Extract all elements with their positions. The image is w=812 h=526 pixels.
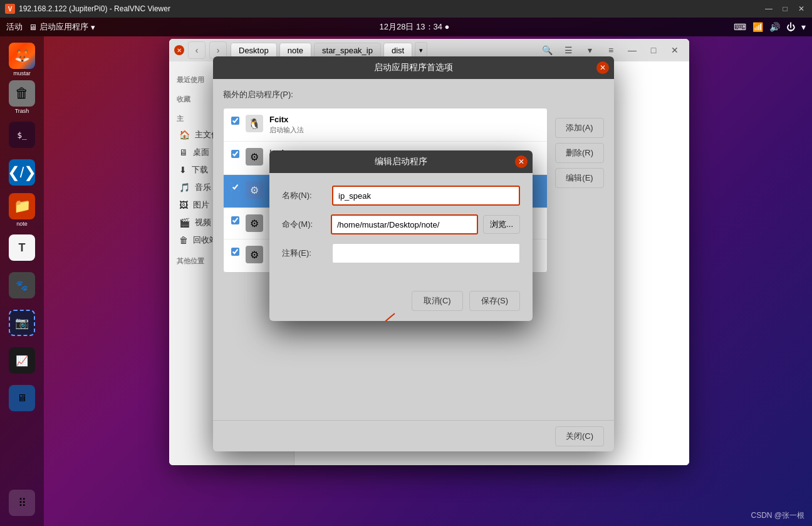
home-icon: 🏠	[179, 130, 190, 140]
vncs-icon: ⚙	[246, 246, 263, 263]
wayland-icon: 🖥	[9, 385, 35, 411]
trash-label: Trash	[15, 108, 29, 114]
fm-close-window-button[interactable]: ✕	[665, 41, 684, 59]
edit-command-input[interactable]	[331, 214, 478, 234]
gimp-icon: 🐾	[9, 272, 35, 298]
edit-name-label: 名称(N):	[282, 190, 326, 201]
ssh-icon: ⚙	[246, 214, 263, 232]
edit-dialog-title: 编辑启动程序	[375, 156, 427, 167]
vscode-icon: ❮/❯	[9, 159, 35, 186]
trash-icon: 🗑	[9, 80, 35, 107]
edit-dialog-close-button[interactable]: ✕	[515, 155, 528, 168]
credit-text: CSDN @张一根	[751, 510, 804, 521]
pictures-icon: 🖼	[179, 200, 188, 210]
dock-item-screenshot[interactable]: 📷	[5, 306, 39, 340]
fm-close-button[interactable]: ✕	[174, 45, 184, 55]
startup-action-buttons: 添加(A) 删除(R) 编辑(E)	[555, 108, 604, 273]
ipsp-checkbox[interactable]	[231, 183, 239, 191]
close-button[interactable]: ✕	[796, 3, 807, 14]
ipsp-icon: ⚙	[246, 181, 263, 199]
keyboard-icon[interactable]: ⌨	[734, 22, 746, 32]
window-controls: — □ ✕	[763, 3, 807, 14]
note-icon: 📁	[9, 193, 35, 219]
dock-item-apps[interactable]: ⠿	[5, 486, 39, 520]
dock-item-monitor[interactable]: 📈	[5, 344, 39, 377]
startup-remove-button[interactable]: 删除(R)	[555, 143, 604, 163]
activities-button[interactable]: 活动	[6, 21, 23, 33]
fm-tab-star[interactable]: star_speak_ip	[314, 43, 381, 58]
dock-item-note[interactable]: 📁 note	[5, 193, 39, 227]
fm-back-button[interactable]: ‹	[188, 41, 206, 59]
dock-item-firefox[interactable]: 🦊 mustar	[5, 43, 39, 76]
application-dock: 🦊 mustar 🗑 Trash $_ ❮/❯ 📁 note T 🐾 📷	[0, 36, 44, 526]
edit-comment-field: 注释(E):	[282, 243, 520, 263]
fcitx-name: Fcitx	[269, 115, 539, 124]
datetime-text: 12月28日 13：34	[380, 22, 442, 31]
dock-item-gimp[interactable]: 🐾	[5, 268, 39, 302]
fm-sidebar-videos-label: 视频	[195, 217, 211, 228]
datetime-dot: ●	[445, 22, 450, 31]
fm-tab-note[interactable]: note	[279, 43, 311, 58]
dock-item-trash[interactable]: 🗑 Trash	[5, 80, 39, 114]
edit-browse-button[interactable]: 浏览...	[483, 215, 520, 234]
startup-edit-button[interactable]: 编辑(E)	[555, 168, 604, 188]
fm-sidebar-music-label: 音乐	[195, 182, 211, 193]
fm-minimize-button[interactable]: —	[623, 41, 642, 59]
app-menu-label: 启动应用程序	[39, 21, 88, 33]
titlebar-text: 192.168.2.122 (JupiterPi0) - RealVNC Vie…	[19, 4, 763, 13]
app-menu-icon: 🖥	[29, 23, 37, 32]
dock-item-typora[interactable]: T	[5, 231, 39, 265]
edit-cancel-button[interactable]: 取消(C)	[412, 291, 463, 311]
dock-item-wayland[interactable]: 🖥	[5, 381, 39, 415]
edit-save-button[interactable]: 保存(S)	[469, 291, 520, 311]
terminal-icon: $_	[9, 122, 35, 148]
app-menu-arrow: ▾	[91, 23, 95, 32]
app-menu-button[interactable]: 🖥 启动应用程序 ▾	[29, 21, 95, 33]
vncs-checkbox[interactable]	[231, 248, 239, 256]
edit-startup-dialog: 编辑启动程序 ✕ 名称(N): 命令(M): 浏览... 注释(E): 取消(C…	[269, 150, 533, 321]
network-icon[interactable]: 📶	[752, 22, 763, 32]
startup-close-button[interactable]: 关闭(C)	[555, 426, 604, 446]
typora-icon: T	[9, 234, 35, 261]
note-label: note	[16, 221, 28, 227]
fm-tab-desktop[interactable]: Desktop	[231, 43, 277, 58]
apps-icon: ⠿	[9, 490, 35, 516]
edit-command-row: 命令(M): 浏览...	[282, 214, 520, 234]
startup-item-fcitx[interactable]: 🐧 Fcitx 启动输入法	[224, 108, 547, 142]
firefox-label: mustar	[13, 70, 31, 76]
startup-dialog-footer: 关闭(C)	[213, 420, 614, 451]
panel-right: ⌨ 📶 🔊 ⏻ ▾	[734, 22, 806, 32]
music-icon: 🎵	[179, 182, 190, 192]
fcitx-checkbox[interactable]	[231, 117, 239, 125]
startup-add-button[interactable]: 添加(A)	[555, 118, 604, 138]
firefox-icon: 🦊	[9, 43, 35, 69]
edit-comment-label: 注释(E):	[282, 248, 326, 259]
fm-maximize-button[interactable]: □	[644, 41, 663, 59]
settings-icon[interactable]: ▾	[801, 22, 806, 32]
fcitx-info: Fcitx 启动输入法	[269, 115, 539, 135]
ssh-checkbox[interactable]	[231, 216, 239, 224]
power-icon[interactable]: ⏻	[786, 22, 795, 32]
dock-item-terminal[interactable]: $_	[5, 118, 39, 152]
edit-dialog-footer: 取消(C) 保存(S)	[269, 285, 533, 321]
edit-command-label: 命令(M):	[282, 219, 326, 230]
volume-icon[interactable]: 🔊	[769, 22, 780, 32]
downloads-icon: ⬇	[179, 165, 187, 175]
edit-comment-input[interactable]	[332, 243, 520, 263]
window-titlebar: V 192.168.2.122 (JupiterPi0) - RealVNC V…	[0, 0, 812, 18]
screenshot-icon: 📷	[9, 310, 35, 336]
edit-name-input[interactable]	[332, 186, 520, 206]
fm-tab-dist[interactable]: dist	[383, 43, 412, 58]
minimize-button[interactable]: —	[763, 3, 774, 14]
imla-checkbox[interactable]	[231, 150, 239, 158]
fm-sidebar-desktop-label: 桌面	[193, 147, 209, 158]
fm-sidebar-downloads-label: 下载	[192, 164, 208, 176]
startup-extra-label: 额外的启动程序(P):	[223, 89, 604, 100]
maximize-button[interactable]: □	[779, 3, 791, 14]
sidebar-trash-icon: 🗑	[179, 235, 188, 245]
dock-item-vscode[interactable]: ❮/❯	[5, 155, 39, 189]
startup-dialog-close-button[interactable]: ✕	[596, 61, 609, 74]
imla-icon: ⚙	[246, 148, 263, 166]
startup-dialog-titlebar: 启动应用程序首选项 ✕	[213, 56, 614, 79]
edit-dialog-titlebar: 编辑启动程序 ✕	[269, 150, 533, 173]
